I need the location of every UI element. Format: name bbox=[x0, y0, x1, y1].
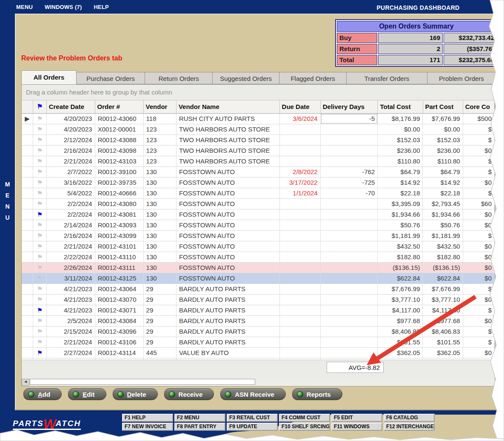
delivery-days-cell[interactable] bbox=[321, 252, 378, 262]
create-date-cell[interactable]: 2/26/2024 bbox=[47, 263, 95, 273]
vendor-cell[interactable]: 130 bbox=[144, 220, 177, 230]
flag-cell[interactable]: ⚑ bbox=[33, 316, 47, 326]
row-selector-cell[interactable] bbox=[22, 231, 33, 241]
vendor-cell[interactable]: 29 bbox=[144, 326, 177, 337]
tab-purchase-orders[interactable]: Purchase Orders bbox=[77, 72, 145, 84]
table-row[interactable]: ⚑2/15/2024R0012-4309629BARDLY AUTO PARTS… bbox=[22, 326, 495, 337]
delivery-days-cell[interactable] bbox=[321, 337, 378, 347]
due-date-cell[interactable] bbox=[280, 337, 321, 347]
row-selector-cell[interactable] bbox=[22, 295, 33, 305]
flag-cell[interactable]: ⚑ bbox=[33, 241, 47, 252]
flag-cell[interactable]: ⚑ bbox=[33, 178, 47, 188]
group-by-hint[interactable]: Drag a column header here to group by th… bbox=[22, 85, 495, 100]
vendor-name-cell[interactable]: BARDLY AUTO PARTS bbox=[177, 326, 280, 337]
total-cost-cell[interactable]: $1,934.66 bbox=[378, 209, 423, 220]
delivery-days-cell[interactable] bbox=[321, 231, 378, 241]
flag-cell[interactable]: ⚑ bbox=[33, 167, 47, 177]
table-row[interactable]: ⚑2/22/2024R0012-43110130FOSSTOWN AUTO$18… bbox=[22, 252, 495, 263]
due-date-cell[interactable]: 3/17/2022 bbox=[280, 178, 321, 188]
row-selector-cell[interactable] bbox=[22, 241, 33, 252]
vendor-cell[interactable]: 445 bbox=[144, 348, 177, 358]
vendor-cell[interactable]: 130 bbox=[144, 167, 177, 177]
flag-cell[interactable]: ⚑ bbox=[33, 114, 47, 124]
vendor-name-cell[interactable]: FOSSTOWN AUTO bbox=[177, 209, 280, 220]
column-header-part-cost[interactable]: Part Cost bbox=[423, 100, 463, 113]
vendor-name-cell[interactable]: BARDLY AUTO PARTS bbox=[177, 337, 280, 347]
table-row[interactable]: ⚑5/4/2022R0012-40666130FOSSTOWN AUTO1/1/… bbox=[22, 188, 495, 199]
tab-transfer-orders[interactable]: Transfer Orders bbox=[347, 72, 427, 84]
table-row[interactable]: ⚑2/2/2024R0012-43081130FOSSTOWN AUTO$1,9… bbox=[22, 209, 495, 220]
core-cost-cell[interactable]: $0 bbox=[463, 220, 495, 230]
vendor-name-cell[interactable]: BARDLY AUTO PARTS bbox=[177, 305, 280, 315]
total-cost-cell[interactable]: $432.50 bbox=[378, 241, 423, 252]
total-cost-cell[interactable]: $4,117.00 bbox=[378, 305, 423, 315]
fkey-f9-update[interactable]: F9 UPDATE bbox=[227, 423, 278, 431]
vendor-cell[interactable]: 29 bbox=[144, 295, 177, 305]
tab-problem-orders[interactable]: Problem Orders bbox=[427, 72, 496, 84]
order-number-cell[interactable]: R0012-43070 bbox=[95, 295, 144, 305]
vendor-cell[interactable]: 130 bbox=[144, 241, 177, 252]
order-number-cell[interactable]: R0012-43101 bbox=[95, 241, 144, 252]
part-cost-cell[interactable]: $64.79 bbox=[423, 167, 463, 177]
delivery-days-cell[interactable] bbox=[321, 135, 378, 145]
receive-button[interactable]: Receive bbox=[164, 388, 214, 400]
tab-flagged-orders[interactable]: Flagged Orders bbox=[279, 72, 347, 84]
flag-cell[interactable]: ⚑ bbox=[33, 295, 47, 305]
total-cost-cell[interactable]: $110.80 bbox=[378, 156, 423, 166]
menu-item-help[interactable]: HELP bbox=[94, 4, 109, 10]
order-number-cell[interactable]: R0012-43093 bbox=[95, 220, 144, 230]
vendor-name-cell[interactable]: FOSSTOWN AUTO bbox=[177, 263, 280, 273]
flag-cell[interactable]: ⚑ bbox=[33, 284, 47, 294]
order-number-cell[interactable]: R0012-43071 bbox=[95, 305, 144, 315]
flag-cell[interactable]: ⚑ bbox=[33, 263, 47, 273]
column-header-total-cost[interactable]: Total Cost bbox=[378, 100, 423, 113]
vendor-cell[interactable]: 130 bbox=[144, 188, 177, 198]
part-cost-cell[interactable]: $8,406.83 bbox=[423, 326, 463, 337]
core-cost-cell[interactable]: $ bbox=[463, 156, 495, 166]
create-date-cell[interactable]: 2/12/2024 bbox=[47, 135, 95, 145]
create-date-cell[interactable]: 4/21/2023 bbox=[47, 305, 95, 315]
total-cost-cell[interactable]: $3,777.10 bbox=[378, 295, 423, 305]
vendor-name-cell[interactable]: BARDLY AUTO PARTS bbox=[177, 295, 280, 305]
row-selector-cell[interactable] bbox=[22, 124, 33, 135]
vendor-cell[interactable]: 130 bbox=[144, 273, 177, 284]
core-cost-cell[interactable]: $ bbox=[463, 188, 495, 198]
flag-cell[interactable]: ⚑ bbox=[33, 209, 47, 220]
delivery-days-cell[interactable]: -762 bbox=[321, 167, 378, 177]
part-cost-cell[interactable]: $1,934.66 bbox=[423, 209, 463, 220]
due-date-cell[interactable] bbox=[280, 284, 321, 294]
column-header-create-date[interactable]: Create Date bbox=[47, 100, 95, 113]
scroll-left-button[interactable]: ◀ bbox=[22, 379, 29, 386]
core-cost-cell[interactable]: $0 bbox=[463, 295, 495, 305]
create-date-cell[interactable]: 3/16/2022 bbox=[47, 178, 95, 188]
core-cost-cell[interactable]: $60 bbox=[463, 199, 495, 209]
vendor-name-cell[interactable]: TWO HARBORS AUTO STORE bbox=[177, 135, 280, 145]
row-selector-cell[interactable] bbox=[22, 199, 33, 209]
delivery-days-cell[interactable]: -70 bbox=[321, 188, 378, 198]
core-cost-cell[interactable]: $ bbox=[463, 337, 495, 347]
total-cost-cell[interactable]: $7,676.99 bbox=[378, 284, 423, 294]
part-cost-cell[interactable]: $4,117.00 bbox=[423, 305, 463, 315]
part-cost-cell[interactable]: $977.68 bbox=[423, 316, 463, 326]
row-selector-cell[interactable] bbox=[22, 316, 33, 326]
row-selector-cell[interactable] bbox=[22, 252, 33, 262]
vendor-cell[interactable]: 29 bbox=[144, 316, 177, 326]
due-date-cell[interactable] bbox=[280, 326, 321, 337]
part-cost-cell[interactable]: $1,181.99 bbox=[423, 231, 463, 241]
create-date-cell[interactable]: 2/14/2024 bbox=[47, 220, 95, 230]
order-number-cell[interactable]: R0012-43080 bbox=[95, 199, 144, 209]
vendor-cell[interactable]: 123 bbox=[144, 146, 177, 156]
table-row[interactable]: ⚑2/16/2024R0012-43099130FOSSTOWN AUTO$1,… bbox=[22, 231, 495, 241]
create-date-cell[interactable]: 2/27/2024 bbox=[47, 348, 95, 358]
order-number-cell[interactable]: R0012-43125 bbox=[95, 273, 144, 284]
due-date-cell[interactable] bbox=[280, 220, 321, 230]
side-menu-tab[interactable]: MENU bbox=[0, 179, 15, 223]
delivery-days-cell[interactable] bbox=[321, 124, 378, 135]
column-header-order[interactable]: Order # bbox=[95, 100, 144, 113]
total-cost-cell[interactable]: $1,181.99 bbox=[378, 231, 423, 241]
due-date-cell[interactable] bbox=[280, 135, 321, 145]
part-cost-cell[interactable]: $101.55 bbox=[423, 337, 463, 347]
vendor-name-cell[interactable]: FOSSTOWN AUTO bbox=[177, 167, 280, 177]
flag-cell[interactable]: ⚑ bbox=[33, 188, 47, 198]
core-cost-cell[interactable]: $ bbox=[463, 124, 495, 135]
